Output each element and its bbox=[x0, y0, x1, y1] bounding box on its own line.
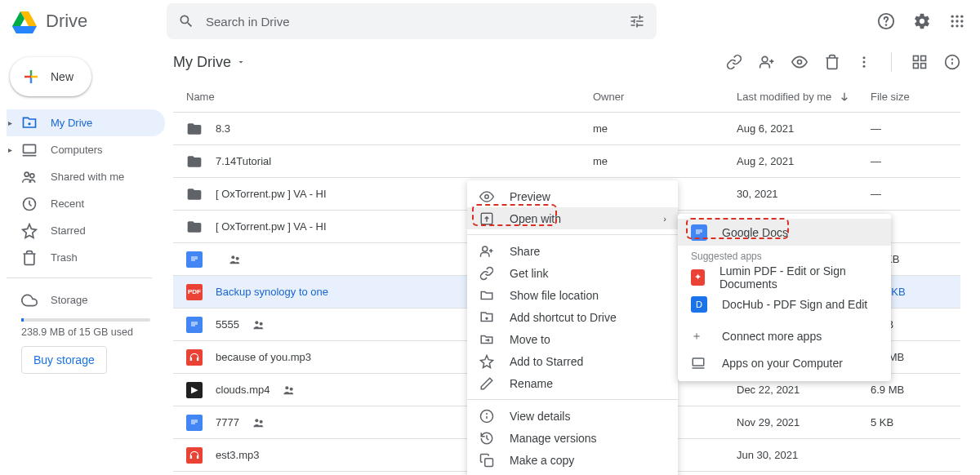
svg-rect-26 bbox=[914, 64, 919, 69]
sidebar-item-shared-with-me[interactable]: Shared with me bbox=[7, 163, 165, 190]
menu-manage-versions[interactable]: Manage versions bbox=[467, 427, 678, 449]
info-icon[interactable] bbox=[944, 54, 960, 70]
sidebar-item-trash[interactable]: Trash bbox=[7, 244, 165, 271]
search-icon bbox=[178, 13, 194, 29]
col-modified[interactable]: Last modified by me bbox=[737, 91, 871, 104]
trash-icon[interactable] bbox=[824, 54, 840, 70]
svg-point-16 bbox=[24, 172, 29, 176]
sidebar-item-storage[interactable]: Storage bbox=[7, 286, 165, 313]
svg-point-31 bbox=[231, 255, 234, 259]
menu-add-to-starred[interactable]: Add to Starred bbox=[467, 350, 678, 372]
new-label: New bbox=[51, 70, 74, 83]
sidebar-item-recent[interactable]: Recent bbox=[7, 190, 165, 217]
svg-point-12 bbox=[956, 24, 958, 27]
submenu-apps-computer[interactable]: Apps on your Computer bbox=[678, 349, 891, 376]
svg-point-34 bbox=[260, 322, 263, 325]
plus-icon bbox=[21, 67, 41, 87]
menu-preview[interactable]: Preview bbox=[467, 185, 678, 207]
eye-icon[interactable] bbox=[791, 54, 808, 70]
header-actions bbox=[877, 12, 970, 30]
svg-point-22 bbox=[863, 61, 866, 64]
svg-point-13 bbox=[960, 24, 963, 27]
more-vert-icon[interactable] bbox=[857, 55, 871, 69]
menu-add-shortcut-to-drive[interactable]: Add shortcut to Drive bbox=[467, 306, 678, 328]
sidebar-item-my-drive[interactable]: ▸My Drive bbox=[7, 109, 165, 136]
menu-get-link[interactable]: Get link bbox=[467, 262, 678, 284]
menu-view-details[interactable]: View details bbox=[467, 405, 678, 427]
svg-rect-46 bbox=[693, 358, 704, 366]
svg-point-33 bbox=[255, 321, 258, 324]
chevron-down-icon bbox=[236, 57, 246, 67]
svg-rect-27 bbox=[921, 64, 926, 69]
apps-icon[interactable] bbox=[949, 13, 965, 29]
sidebar-item-starred[interactable]: Starred bbox=[7, 217, 165, 244]
docs-icon bbox=[691, 224, 707, 241]
menu-download[interactable]: Download bbox=[467, 471, 678, 475]
arrow-down-icon bbox=[838, 91, 851, 104]
svg-point-6 bbox=[956, 16, 958, 18]
search-input[interactable]: Search in Drive bbox=[167, 3, 657, 39]
menu-show-file-location[interactable]: Show file location bbox=[467, 284, 678, 306]
menu-open-with[interactable]: Open with› bbox=[467, 207, 678, 229]
menu-share[interactable]: Share bbox=[467, 240, 678, 262]
svg-point-21 bbox=[863, 56, 866, 59]
svg-point-11 bbox=[951, 24, 954, 27]
svg-point-44 bbox=[487, 413, 488, 414]
submenu-connect-more[interactable]: ＋ Connect more apps bbox=[678, 322, 891, 349]
svg-point-36 bbox=[290, 387, 293, 390]
main: My Drive Name Owner Last modified by me bbox=[165, 42, 980, 475]
header: Drive Search in Drive bbox=[0, 0, 980, 42]
lumin-icon: ✦ bbox=[691, 269, 705, 286]
menu-make-a-copy[interactable]: Make a copy bbox=[467, 449, 678, 471]
laptop-icon bbox=[691, 356, 707, 371]
logo[interactable]: Drive bbox=[10, 7, 167, 36]
svg-point-10 bbox=[960, 20, 963, 22]
tune-icon[interactable] bbox=[629, 13, 645, 29]
svg-point-7 bbox=[960, 16, 963, 18]
breadcrumb[interactable]: My Drive bbox=[173, 54, 246, 71]
svg-point-23 bbox=[863, 65, 866, 68]
svg-point-17 bbox=[30, 173, 34, 177]
context-menu: PreviewOpen with›ShareGet linkShow file … bbox=[467, 180, 678, 475]
svg-point-9 bbox=[956, 20, 958, 22]
svg-point-35 bbox=[286, 386, 289, 389]
toolbar-icons bbox=[726, 52, 960, 72]
submenu-google-docs[interactable]: Google Docs bbox=[678, 219, 891, 246]
storage-label: Storage bbox=[51, 294, 88, 306]
new-button[interactable]: New bbox=[10, 57, 91, 96]
table-row[interactable]: 8.3meAug 6, 2021— bbox=[173, 113, 960, 145]
link-icon[interactable] bbox=[726, 54, 742, 70]
plus-icon: ＋ bbox=[691, 329, 707, 344]
svg-marker-2 bbox=[12, 26, 37, 33]
dochub-icon: D bbox=[691, 296, 707, 313]
col-size[interactable]: File size bbox=[871, 91, 960, 103]
toolbar: My Drive bbox=[173, 42, 960, 82]
svg-point-32 bbox=[236, 256, 239, 260]
svg-point-37 bbox=[255, 419, 258, 422]
sidebar-item-computers[interactable]: ▸Computers bbox=[7, 136, 165, 163]
svg-point-41 bbox=[483, 246, 488, 251]
suggested-apps-label: Suggested apps bbox=[678, 246, 891, 264]
menu-move-to[interactable]: Move to bbox=[467, 328, 678, 350]
svg-point-14 bbox=[28, 122, 30, 125]
person-add-icon[interactable] bbox=[759, 54, 775, 70]
col-name[interactable]: Name bbox=[173, 91, 593, 103]
help-icon[interactable] bbox=[877, 12, 895, 30]
table-row[interactable]: 7.14TutorialmeAug 2, 2021— bbox=[173, 145, 960, 178]
col-owner[interactable]: Owner bbox=[593, 91, 737, 103]
storage-bar bbox=[21, 318, 150, 322]
drive-logo-icon bbox=[10, 7, 39, 36]
columns-header: Name Owner Last modified by me File size bbox=[173, 82, 960, 113]
buy-storage-button[interactable]: Buy storage bbox=[21, 346, 107, 374]
submenu-lumin[interactable]: ✦ Lumin PDF - Edit or Sign Documents bbox=[678, 264, 891, 291]
svg-point-4 bbox=[886, 24, 887, 25]
open-with-submenu: Google Docs Suggested apps ✦ Lumin PDF -… bbox=[678, 214, 891, 381]
svg-point-39 bbox=[485, 194, 489, 198]
grid-view-icon[interactable] bbox=[911, 54, 928, 70]
gear-icon[interactable] bbox=[913, 12, 931, 30]
logo-text: Drive bbox=[46, 11, 87, 32]
submenu-dochub[interactable]: D DocHub - PDF Sign and Edit bbox=[678, 291, 891, 317]
svg-point-19 bbox=[762, 56, 768, 62]
menu-rename[interactable]: Rename bbox=[467, 372, 678, 394]
sidebar: New ▸My Drive▸ComputersShared with meRec… bbox=[0, 42, 165, 475]
